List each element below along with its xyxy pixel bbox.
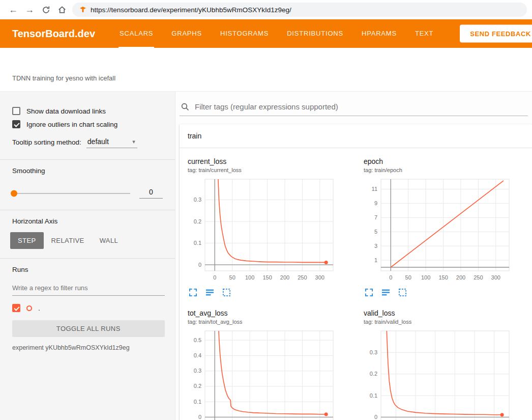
expand-chart-icon[interactable] xyxy=(189,288,197,297)
experiment-title: TDNN training for yesno with icefall xyxy=(12,74,115,82)
toggle-all-runs-button[interactable]: TOGGLE ALL RUNS xyxy=(12,320,165,337)
fit-domain-icon[interactable] xyxy=(398,288,407,297)
tab-distributions[interactable]: DISTRIBUTIONS xyxy=(286,19,344,48)
chart-tag: tag: train/current_loss xyxy=(188,167,349,173)
tag-group-card: train current_loss tag: train/current_lo… xyxy=(180,124,532,420)
axis-wall-button[interactable]: WALL xyxy=(92,232,126,249)
send-feedback-button[interactable]: SEND FEEDBACK xyxy=(460,25,532,43)
runs-label: Runs xyxy=(12,266,163,273)
reload-icon[interactable] xyxy=(38,2,54,18)
svg-text:50: 50 xyxy=(229,274,235,281)
svg-text:1: 1 xyxy=(374,257,377,263)
show-download-links-row[interactable]: Show data download links xyxy=(12,107,163,115)
chevron-down-icon: ▾ xyxy=(132,138,135,145)
chart-card-epoch: epoch tag: train/epoch 05010015020025030… xyxy=(358,149,525,297)
svg-text:200: 200 xyxy=(456,274,465,281)
forward-icon[interactable]: → xyxy=(21,2,38,18)
runs-list-icon[interactable] xyxy=(381,288,390,297)
show-download-links-checkbox[interactable] xyxy=(12,107,20,115)
chart-card-tot-avg-loss: tot_avg_loss tag: train/tot_avg_loss 050… xyxy=(182,301,349,420)
smoothing-value-input[interactable]: 0 xyxy=(139,188,163,199)
tooltip-sorting-dropdown[interactable]: default ▾ xyxy=(86,136,137,148)
brand-logo[interactable]: TensorBoard.dev xyxy=(12,19,95,48)
svg-text:3: 3 xyxy=(374,243,377,249)
tab-histograms[interactable]: HISTOGRAMS xyxy=(219,19,270,48)
svg-text:300: 300 xyxy=(491,274,500,281)
tooltip-sorting-label: Tooltip sorting method: xyxy=(12,138,81,146)
scalars-main-panel: train current_loss tag: train/current_lo… xyxy=(175,92,532,420)
general-settings-section: Show data download links Ignore outliers… xyxy=(0,99,175,159)
runs-filter-input[interactable] xyxy=(12,281,165,296)
fit-domain-icon[interactable] xyxy=(222,288,231,297)
chart-canvas[interactable]: 05010015020025030000.10.20.3 xyxy=(182,176,349,284)
ignore-outliers-row[interactable]: Ignore outliers in chart scaling xyxy=(12,120,163,128)
horizontal-axis-label: Horizontal Axis xyxy=(12,217,163,225)
svg-text:150: 150 xyxy=(438,274,448,281)
url-text: https://tensorboard.dev/experiment/yKUbh… xyxy=(91,6,291,14)
chart-title: current_loss xyxy=(188,157,349,165)
chart-title: tot_avg_loss xyxy=(188,309,349,317)
svg-text:250: 250 xyxy=(474,274,483,281)
svg-text:250: 250 xyxy=(298,274,307,281)
smoothing-slider-thumb[interactable] xyxy=(11,190,17,197)
tab-scalars[interactable]: SCALARS xyxy=(119,19,154,48)
run-checkbox[interactable] xyxy=(12,304,20,312)
home-icon[interactable] xyxy=(54,2,70,18)
svg-text:0: 0 xyxy=(389,274,392,281)
svg-text:0.3: 0.3 xyxy=(194,197,201,203)
svg-text:0: 0 xyxy=(198,414,201,420)
svg-text:0.2: 0.2 xyxy=(194,383,201,389)
svg-text:0.2: 0.2 xyxy=(370,371,377,377)
svg-text:0.1: 0.1 xyxy=(194,240,201,246)
tab-hparams[interactable]: HPARAMS xyxy=(361,19,398,48)
svg-text:100: 100 xyxy=(421,274,430,281)
tag-group-title[interactable]: train xyxy=(180,124,532,148)
settings-sidebar: Show data download links Ignore outliers… xyxy=(0,92,175,420)
nav-tabs: SCALARS GRAPHS HISTOGRAMS DISTRIBUTIONS … xyxy=(119,19,434,48)
svg-text:150: 150 xyxy=(262,274,272,281)
tooltip-sorting-row: Tooltip sorting method: default ▾ xyxy=(12,136,163,148)
axis-relative-button[interactable]: RELATIVE xyxy=(44,232,92,249)
browser-toolbar: ← → https://tensorboard.dev/experiment/y… xyxy=(0,0,532,19)
svg-text:7: 7 xyxy=(374,214,377,220)
horizontal-axis-section: Horizontal Axis STEP RELATIVE WALL xyxy=(0,210,175,258)
chart-title: epoch xyxy=(364,157,525,165)
tensorboard-favicon xyxy=(79,6,86,13)
search-icon xyxy=(181,102,190,111)
svg-text:50: 50 xyxy=(405,274,411,281)
svg-text:0.1: 0.1 xyxy=(194,399,201,405)
svg-text:200: 200 xyxy=(280,274,289,281)
smoothing-slider[interactable] xyxy=(12,193,130,194)
tag-filter-row xyxy=(180,98,528,116)
chart-toolbar xyxy=(189,288,349,297)
runs-list-icon[interactable] xyxy=(205,288,214,297)
smoothing-label: Smoothing xyxy=(12,167,163,175)
axis-step-button[interactable]: STEP xyxy=(10,232,44,249)
chart-card-valid-loss: valid_loss tag: train/valid_loss 5010015… xyxy=(358,301,525,420)
chart-canvas[interactable]: 0501001502002503001357911 xyxy=(358,176,525,284)
tag-filter-input[interactable] xyxy=(194,102,527,111)
chart-tag: tag: train/tot_avg_loss xyxy=(188,319,349,325)
chart-toolbar xyxy=(365,288,525,297)
run-list-item[interactable]: . xyxy=(12,304,163,312)
back-icon[interactable]: ← xyxy=(5,2,21,18)
tab-graphs[interactable]: GRAPHS xyxy=(170,19,203,48)
tab-text[interactable]: TEXT xyxy=(414,19,434,48)
tooltip-sorting-value: default xyxy=(87,137,109,146)
svg-text:11: 11 xyxy=(372,186,377,192)
chart-canvas[interactable]: 5010015020025030000.10.20.3 xyxy=(358,328,525,420)
app-header: TensorBoard.dev SCALARS GRAPHS HISTOGRAM… xyxy=(0,19,532,48)
ignore-outliers-label: Ignore outliers in chart scaling xyxy=(26,121,117,128)
experiment-caption: experiment yKUbhb5wRmOSXYkId1z9eg xyxy=(12,344,163,351)
chart-canvas[interactable]: 05010015020025030000.10.20.30.40.5 xyxy=(182,328,349,420)
svg-text:300: 300 xyxy=(315,274,324,281)
svg-text:0.3: 0.3 xyxy=(370,349,377,355)
svg-text:9: 9 xyxy=(374,200,377,206)
address-bar[interactable]: https://tensorboard.dev/experiment/yKUbh… xyxy=(72,3,527,17)
svg-text:0: 0 xyxy=(374,414,377,420)
svg-text:100: 100 xyxy=(245,274,254,281)
ignore-outliers-checkbox[interactable] xyxy=(12,120,20,128)
svg-text:0.1: 0.1 xyxy=(370,393,377,399)
svg-text:5: 5 xyxy=(374,229,377,235)
expand-chart-icon[interactable] xyxy=(365,288,373,297)
